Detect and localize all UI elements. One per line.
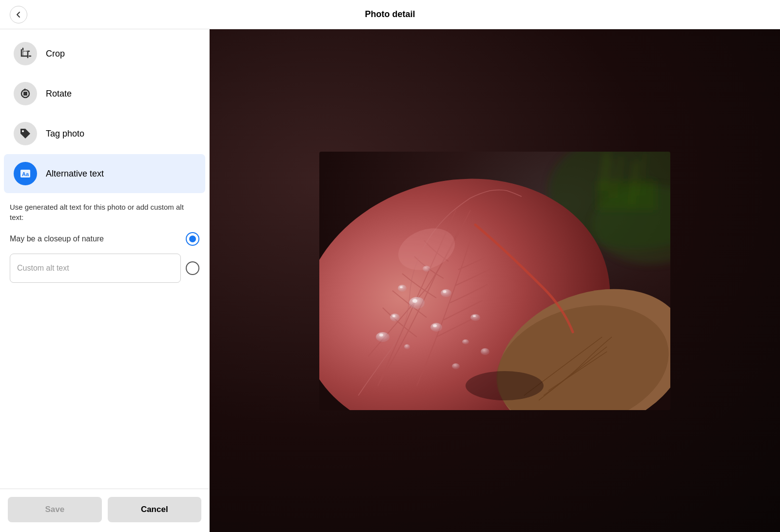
svg-point-10 (409, 297, 425, 309)
right-panel (210, 29, 780, 532)
custom-alt-input[interactable] (10, 254, 181, 283)
menu-item-crop[interactable]: Crop (4, 34, 205, 73)
tag-label: Tag photo (46, 129, 84, 139)
svg-point-3 (22, 130, 24, 132)
menu-item-tag[interactable]: Tag photo (4, 114, 205, 153)
svg-point-13 (433, 324, 437, 327)
main-layout: Crop Rotate (0, 29, 780, 532)
generated-radio-inner (189, 236, 196, 242)
left-panel: Crop Rotate (0, 29, 210, 532)
rotate-icon-bg (14, 82, 37, 105)
photo-container (319, 152, 670, 410)
cancel-button[interactable]: Cancel (108, 497, 202, 522)
alt-text-icon-bg: Aa (14, 162, 37, 185)
alt-text-section: Use generated alt text for this photo or… (0, 194, 209, 291)
svg-rect-0 (23, 51, 28, 56)
svg-point-14 (398, 285, 407, 292)
svg-point-23 (376, 332, 390, 342)
svg-text:Aa: Aa (22, 171, 29, 177)
leaf-photo (319, 152, 670, 410)
menu-item-rotate[interactable]: Rotate (4, 74, 205, 113)
alt-text-icon: Aa (19, 167, 32, 180)
svg-rect-2 (23, 92, 27, 96)
footer-buttons: Save Cancel (0, 489, 209, 532)
tag-icon-bg (14, 122, 37, 145)
alt-text-label: Alternative text (46, 169, 104, 179)
header: Photo detail (0, 0, 780, 29)
crop-icon (19, 47, 32, 60)
generated-radio[interactable] (186, 232, 199, 246)
svg-point-18 (392, 315, 395, 317)
custom-alt-row (10, 254, 199, 283)
custom-radio[interactable] (186, 261, 199, 275)
back-button[interactable] (10, 6, 27, 23)
menu-item-alt-text[interactable]: Aa Alternative text (4, 154, 205, 193)
save-button[interactable]: Save (8, 497, 102, 522)
svg-point-28 (481, 348, 489, 355)
svg-point-21 (441, 289, 451, 297)
svg-point-15 (400, 286, 403, 288)
page-title: Photo detail (365, 9, 415, 20)
svg-rect-31 (597, 181, 656, 210)
tag-icon (19, 127, 32, 140)
svg-point-16 (462, 339, 469, 344)
svg-point-20 (404, 344, 410, 349)
svg-point-22 (443, 290, 447, 293)
crop-label: Crop (46, 49, 65, 59)
svg-point-24 (379, 334, 383, 336)
svg-point-27 (473, 315, 476, 317)
svg-point-17 (390, 314, 400, 321)
generated-alt-option[interactable]: May be a closeup of nature (10, 232, 199, 246)
svg-point-25 (452, 363, 460, 369)
svg-point-26 (470, 314, 480, 321)
rotate-label: Rotate (46, 89, 72, 99)
menu-items: Crop Rotate (0, 29, 209, 489)
svg-point-32 (466, 371, 544, 400)
svg-point-11 (412, 299, 417, 303)
generated-alt-label: May be a closeup of nature (10, 235, 104, 243)
alt-text-description: Use generated alt text for this photo or… (10, 202, 199, 222)
rotate-icon (19, 87, 32, 100)
svg-point-12 (430, 323, 442, 332)
back-arrow-icon (14, 10, 23, 19)
crop-icon-bg (14, 42, 37, 65)
